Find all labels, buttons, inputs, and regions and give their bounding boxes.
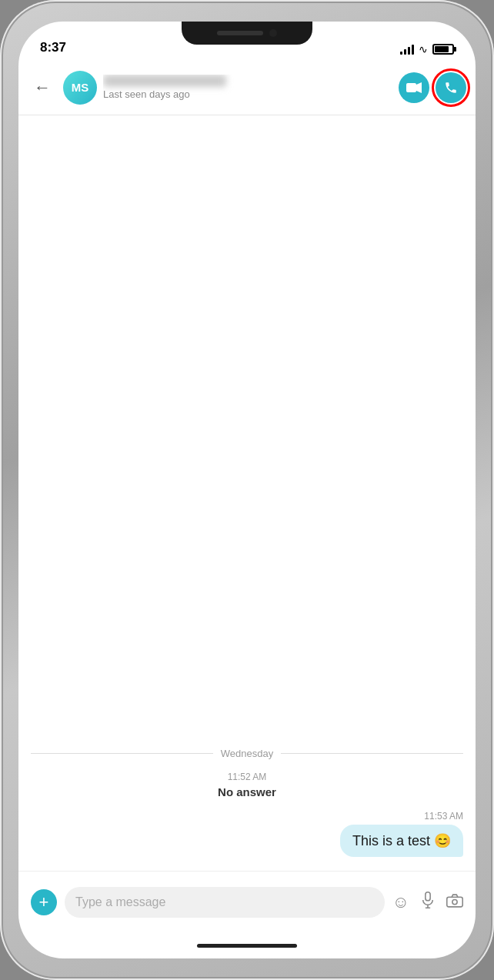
message-input-placeholder: Type a message (75, 895, 165, 909)
missed-call-label: No answer (218, 785, 276, 798)
audio-call-button[interactable] (436, 72, 466, 103)
video-icon (406, 82, 422, 93)
signal-icon (400, 44, 414, 55)
video-call-button[interactable] (399, 72, 429, 103)
message-bubble: This is a test 😊 (340, 825, 463, 857)
emoji-button[interactable]: ☺ (392, 892, 409, 912)
contact-info: Last seen days ago (103, 75, 392, 100)
speaker (217, 31, 263, 35)
status-icons: ∿ (400, 43, 454, 55)
wifi-icon: ∿ (419, 43, 428, 55)
message-input-wrap[interactable]: Type a message (65, 887, 385, 918)
notch (182, 22, 312, 45)
battery-icon (432, 44, 454, 55)
phone-frame: 8:37 ∿ ← MS Last seen days ago (0, 0, 494, 980)
svg-rect-0 (406, 83, 416, 92)
divider-line-left (31, 753, 213, 754)
svg-rect-2 (426, 892, 430, 900)
contact-status: Last seen days ago (103, 88, 392, 100)
call-button-highlight-ring (432, 68, 470, 107)
home-bar (197, 944, 297, 948)
home-indicator (18, 932, 476, 958)
missed-call-time: 11:52 AM (228, 772, 267, 782)
missed-call-block: 11:52 AM No answer (31, 772, 463, 798)
day-divider: Wednesday (31, 748, 463, 759)
back-button[interactable]: ← (28, 75, 57, 101)
day-label: Wednesday (221, 748, 273, 759)
status-time: 8:37 (40, 40, 66, 55)
front-camera (269, 29, 277, 37)
add-attachment-button[interactable]: + (31, 889, 57, 915)
message-row: 11:53 AM This is a test 😊 (31, 811, 463, 857)
phone-screen: 8:37 ∿ ← MS Last seen days ago (18, 22, 476, 958)
message-input-area: + Type a message ☺ (18, 871, 476, 932)
svg-rect-5 (447, 897, 462, 907)
svg-marker-1 (416, 82, 422, 93)
divider-line-right (281, 753, 463, 754)
camera-button[interactable] (446, 892, 463, 912)
svg-point-6 (452, 899, 457, 904)
message-timestamp: 11:53 AM (424, 811, 463, 822)
chat-area: Wednesday 11:52 AM No answer 11:53 AM Th… (18, 115, 476, 871)
header-actions (399, 72, 466, 103)
contact-name-blurred (103, 75, 226, 87)
microphone-button[interactable] (420, 892, 436, 913)
contact-avatar[interactable]: MS (63, 71, 97, 105)
chat-header: ← MS Last seen days ago (18, 60, 476, 115)
input-icons: ☺ (392, 892, 463, 913)
